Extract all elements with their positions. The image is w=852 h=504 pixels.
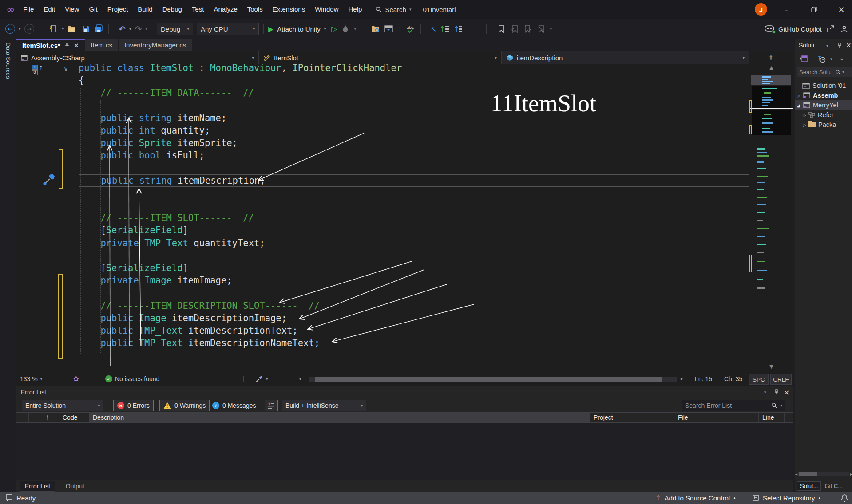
data-sources-strip[interactable]: Data Sources	[0, 39, 16, 367]
previous-bookmark-button[interactable]	[510, 24, 519, 34]
scroll-left-icon[interactable]: ◂	[795, 472, 797, 476]
navigate-forward-button[interactable]: →	[24, 24, 34, 34]
configuration-combo[interactable]: Debug ▾	[157, 23, 193, 35]
header-file[interactable]: File	[674, 413, 759, 422]
header-suppression[interactable]: ❗	[41, 413, 59, 422]
code-line[interactable]	[79, 249, 749, 262]
scroll-up-icon[interactable]: ▲	[749, 65, 793, 71]
minimize-button[interactable]: –	[778, 0, 795, 19]
fold-collapse-icon[interactable]: ∨	[63, 65, 68, 73]
navigate-back-dropdown[interactable]: ▾	[19, 27, 21, 31]
menu-build[interactable]: Build	[133, 0, 157, 19]
line-ending-indicator[interactable]: CRLF	[770, 374, 792, 385]
code-line[interactable]: // ------ITEM DESCRIPTION SLOT------ //	[79, 299, 749, 312]
code-line[interactable]: [SerializeField]	[79, 224, 749, 236]
save-button[interactable]	[81, 24, 91, 34]
new-project-button[interactable]	[49, 24, 59, 34]
tab-item-cs[interactable]: Item.cs	[85, 39, 118, 51]
tree-item-references[interactable]: ▷ Refer	[795, 110, 852, 120]
code-line[interactable]: private TMP_Text quantityText;	[79, 237, 749, 249]
close-tab-icon[interactable]: ×	[74, 42, 79, 49]
code-line[interactable]: public bool isFull;	[79, 149, 749, 161]
start-without-debugging-button[interactable]: ▷	[331, 24, 337, 33]
restore-button[interactable]	[805, 0, 822, 19]
toolbar-overflow-icon[interactable]: »	[840, 56, 844, 62]
scroll-right-icon[interactable]: ▸	[850, 472, 852, 476]
quick-actions-screwdriver-icon[interactable]	[42, 173, 55, 186]
code-line[interactable]: {	[79, 74, 749, 87]
code-navigate-button[interactable]	[440, 24, 450, 34]
find-in-files-button[interactable]	[371, 24, 380, 34]
pin-icon[interactable]	[64, 43, 70, 48]
menu-project[interactable]: Project	[103, 0, 133, 19]
solution-window-button[interactable]	[384, 24, 394, 34]
redo-button[interactable]: ↷	[135, 24, 142, 34]
messages-filter-button[interactable]: i 0 Messages	[208, 400, 260, 411]
quick-search[interactable]: Search ▾	[376, 6, 411, 13]
code-line[interactable]: public int quantity;	[79, 124, 749, 137]
solution-explorer-hscrollbar[interactable]: ◂ ▸	[795, 470, 852, 477]
column-indicator[interactable]: Ch: 35	[724, 372, 742, 386]
code-line[interactable]	[79, 187, 749, 199]
expander-collapsed-icon[interactable]: ▷	[801, 122, 808, 127]
bookmark-overflow-dropdown[interactable]: ▿	[550, 27, 552, 31]
close-panel-icon[interactable]: ×	[784, 388, 789, 397]
code-editor[interactable]: 10 ↑ ∨ public class ItemSlot : MonoBehav…	[16, 64, 749, 372]
undo-dropdown[interactable]: ▾	[129, 27, 131, 31]
menu-tools[interactable]: Tools	[242, 0, 268, 19]
undo-button[interactable]: ↶	[119, 24, 126, 34]
code-line-current[interactable]: public string itemDescription;	[79, 174, 749, 187]
expander-expanded-icon[interactable]: ◢	[795, 103, 801, 108]
header-description[interactable]: Description	[89, 413, 590, 422]
warnings-filter-button[interactable]: ! 0 Warnings	[159, 400, 210, 411]
error-source-combo[interactable]: Build + IntelliSense ▾	[282, 400, 366, 411]
filter-settings-button[interactable]	[265, 400, 278, 411]
menu-view[interactable]: View	[60, 0, 84, 19]
indentation-indicator[interactable]: SPC	[749, 374, 769, 385]
header-category[interactable]	[29, 413, 41, 422]
tree-item-assembly-csharp[interactable]: ▷ Assemb	[795, 91, 852, 100]
scroll-right-icon[interactable]: ▸	[681, 376, 683, 382]
expander-collapsed-icon[interactable]: ▷	[795, 93, 801, 98]
scroll-left-icon[interactable]: ◂	[299, 376, 301, 382]
zoom-level-combo[interactable]: 133 % ▾	[20, 372, 42, 386]
menu-help[interactable]: Help	[344, 0, 367, 19]
line-indicator[interactable]: Ln: 15	[695, 372, 712, 386]
menu-extensions[interactable]: Extensions	[268, 0, 310, 19]
code-line[interactable]: public Sprite itemSprite;	[79, 137, 749, 149]
horizontal-scrollbar-thumb[interactable]	[315, 377, 662, 382]
notifications-button[interactable]	[841, 492, 848, 504]
error-list-search-input[interactable]	[685, 402, 769, 409]
hot-reload-dropdown[interactable]: ▾	[354, 27, 356, 31]
spell-check-button[interactable]: abc	[406, 24, 416, 34]
code-line[interactable]	[79, 162, 749, 174]
window-position-dropdown[interactable]: ▾	[826, 43, 828, 48]
tree-item-packages[interactable]: ▷ Packa	[795, 120, 852, 130]
project-dropdown[interactable]: Assembly-CSharp ▾	[16, 51, 259, 64]
editor-split-handle[interactable]: ⇕	[749, 51, 793, 64]
header-severity[interactable]	[16, 413, 29, 422]
expander-collapsed-icon[interactable]: ▷	[801, 113, 808, 118]
header-project[interactable]: Project	[590, 413, 674, 422]
code-line[interactable]: // ------ITEM DATA------ //	[79, 87, 749, 99]
window-position-dropdown[interactable]: ▾	[764, 390, 766, 394]
code-line[interactable]	[79, 199, 749, 212]
error-list-body[interactable]	[16, 423, 793, 480]
header-code[interactable]: Code	[59, 413, 89, 422]
solution-search-input[interactable]	[799, 69, 834, 75]
navigate-back-button[interactable]: ←	[5, 24, 15, 34]
switch-views-icon[interactable]	[800, 55, 808, 63]
new-item-dropdown[interactable]: ▾	[62, 27, 64, 31]
open-file-button[interactable]	[67, 24, 77, 34]
tab-error-list[interactable]: Error List	[20, 481, 55, 492]
format-brush-icon[interactable]: ▾	[255, 372, 268, 386]
hot-reload-button[interactable]	[341, 24, 350, 34]
menu-analyze[interactable]: Analyze	[209, 0, 242, 19]
comment-button[interactable]	[453, 24, 463, 34]
code-line[interactable]	[79, 287, 749, 299]
member-dropdown[interactable]: itemDescription ▾	[502, 51, 749, 64]
document-health-indicator[interactable]: ✓ No issues found	[105, 372, 159, 386]
copilot-label[interactable]: GitHub Copilot	[778, 25, 822, 33]
close-button[interactable]: ×	[833, 0, 850, 19]
toolbar-options-icon[interactable]: ⋮	[397, 26, 403, 32]
